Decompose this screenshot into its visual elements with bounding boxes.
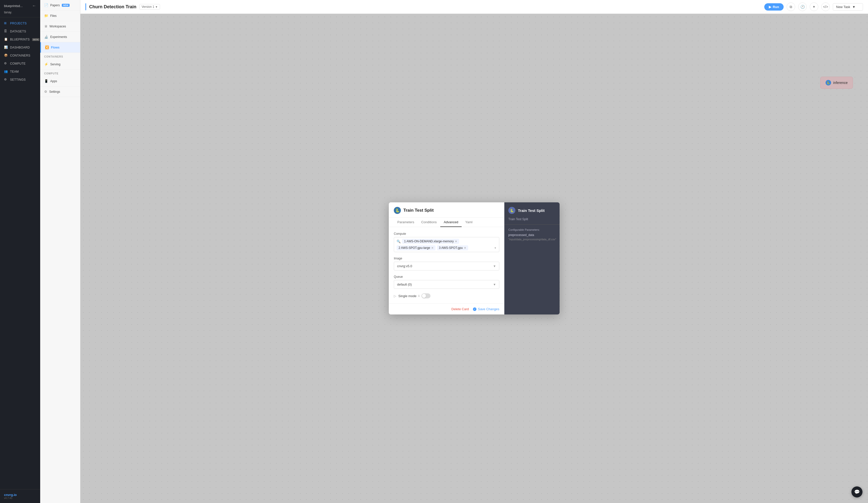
modal-right-header: 🐍 Train Test Split bbox=[504, 202, 560, 218]
sidebar-item-projects[interactable]: ⊞ PROJECTS bbox=[0, 19, 40, 27]
sidebar-item-containers[interactable]: 📦 CONTAINERS bbox=[0, 51, 40, 60]
sub-nav-flows[interactable]: 🔀 Flows bbox=[40, 42, 80, 53]
sidebar-item-label: COMPUTE bbox=[10, 62, 25, 66]
search-icon: 🔍 bbox=[396, 240, 401, 243]
queue-group: Queue default (0) ▼ bbox=[394, 275, 499, 289]
save-changes-button[interactable]: ✓ Save Changes bbox=[473, 307, 499, 311]
sub-nav-section-containers: CONTAINERS bbox=[40, 53, 80, 59]
param-name-0: preprocessed_data bbox=[508, 233, 556, 237]
sidebar-item-settings[interactable]: ⚙ SETTINGS bbox=[0, 76, 40, 84]
sidebar-item-label: BLUEPRINTS bbox=[10, 38, 30, 41]
sub-nav-label: Workspaces bbox=[50, 24, 66, 28]
single-mode-label: Single mode bbox=[398, 294, 416, 298]
username: tanay. bbox=[0, 10, 40, 17]
modal-right-icon: 🐍 bbox=[508, 207, 515, 214]
tab-advanced[interactable]: Advanced bbox=[440, 218, 462, 227]
sub-nav-papers[interactable]: 📄 Papers NEW bbox=[40, 0, 80, 11]
modal-left: 🐍 Train Test Split Parameters Conditions bbox=[389, 202, 504, 314]
remove-tag-3[interactable]: ✕ bbox=[464, 247, 466, 250]
wand-button[interactable]: ✦ bbox=[810, 2, 818, 11]
chevron-down-icon: ▼ bbox=[493, 283, 496, 286]
modal-right-params: Configurable Parameters: preprocessed_da… bbox=[504, 225, 560, 244]
modal-right-subtitle: Train Test Split bbox=[504, 218, 560, 225]
modal-body: Compute 🔍 1 AWS-ON-DEMAND.xlarge-memory … bbox=[389, 227, 504, 303]
param-value-0: "input/data_preprocessing/data_df.csv" bbox=[508, 238, 556, 241]
sub-nav-settings[interactable]: ⚙ Settings bbox=[40, 87, 80, 97]
task-select[interactable]: New Task ▼ bbox=[833, 3, 863, 11]
tags-dropdown-icon[interactable]: ▼ bbox=[494, 247, 497, 249]
team-icon: 👥 bbox=[4, 70, 8, 74]
projects-icon: ⊞ bbox=[4, 21, 8, 26]
compute-group: Compute 🔍 1 AWS-ON-DEMAND.xlarge-memory … bbox=[394, 232, 499, 252]
queue-select[interactable]: default (0) ▼ bbox=[394, 280, 499, 289]
footer-version: v4.7.43 bbox=[4, 497, 36, 500]
sidebar-item-blueprints[interactable]: 📋 BLUEPRINTS BETA bbox=[0, 36, 40, 43]
sidebar-item-label: DASHBOARD bbox=[10, 46, 30, 49]
modal: 🐍 Train Test Split Parameters Conditions bbox=[389, 202, 560, 314]
save-icon: ✓ bbox=[473, 308, 476, 311]
sidebar-item-label: PROJECTS bbox=[10, 22, 27, 25]
blueprints-icon: 📋 bbox=[4, 38, 8, 41]
apps-icon: 📱 bbox=[44, 79, 48, 83]
single-mode-icon: ▷ bbox=[394, 294, 396, 298]
canvas: 🐍 inference 🐍 Train Test Split bbox=[80, 14, 868, 503]
datasets-icon: 🗄 bbox=[4, 29, 8, 33]
tab-conditions[interactable]: Conditions bbox=[418, 218, 440, 227]
containers-icon: 📦 bbox=[4, 53, 8, 58]
sidebar-item-compute[interactable]: ⚙ COMPUTE bbox=[0, 60, 40, 68]
remove-tag-1[interactable]: ✕ bbox=[455, 240, 457, 243]
sidebar-header: blueprintsd... ← bbox=[0, 0, 40, 10]
sub-nav-section-compute: COMPUTE bbox=[40, 70, 80, 76]
chevron-down-icon: ▼ bbox=[852, 5, 856, 9]
modal-footer: Delete Card ✓ Save Changes bbox=[389, 303, 504, 314]
params-label: Configurable Parameters: bbox=[508, 228, 556, 231]
sidebar-item-label: CONTAINERS bbox=[10, 54, 30, 57]
sidebar-nav: ⊞ PROJECTS 🗄 DATASETS 📋 BLUEPRINTS BETA … bbox=[0, 17, 40, 489]
version-select[interactable]: Version 1 ▼ bbox=[140, 4, 160, 10]
compute-label: Compute bbox=[394, 232, 499, 235]
run-button[interactable]: ▶ Run bbox=[764, 3, 784, 11]
version-label: Version 1 bbox=[142, 5, 154, 9]
footer-brand: cnvrg.io bbox=[4, 493, 36, 497]
sub-nav-files[interactable]: 📁 Files bbox=[40, 11, 80, 21]
image-select[interactable]: cnvrg:v5.0 ▼ bbox=[394, 262, 499, 271]
sidebar-item-label: SETTINGS bbox=[10, 78, 25, 81]
modal-header-icon: 🐍 bbox=[394, 207, 401, 214]
papers-icon: 📄 bbox=[44, 3, 48, 7]
beta-badge: BETA bbox=[32, 38, 39, 41]
sub-nav-serving[interactable]: ⚡ Serving bbox=[40, 59, 80, 70]
serving-icon: ⚡ bbox=[44, 62, 48, 66]
sidebar-item-dashboard[interactable]: 📊 DASHBOARD bbox=[0, 43, 40, 51]
sub-nav-label: Experiments bbox=[50, 35, 67, 39]
image-label: Image bbox=[394, 256, 499, 260]
files-icon: 📁 bbox=[44, 14, 48, 18]
sub-nav-label: Flows bbox=[51, 46, 60, 49]
remove-tag-2[interactable]: ✕ bbox=[431, 247, 434, 250]
back-icon[interactable]: ← bbox=[32, 3, 36, 8]
chat-bubble[interactable]: 💬 bbox=[851, 486, 862, 497]
sidebar-item-team[interactable]: 👥 TEAM bbox=[0, 68, 40, 76]
single-mode-toggle[interactable] bbox=[422, 293, 431, 298]
dashboard-icon: 📊 bbox=[4, 46, 8, 50]
image-value: cnvrg:v5.0 bbox=[397, 264, 412, 268]
delete-card-button[interactable]: Delete Card bbox=[451, 307, 469, 311]
flows-icon: 🔀 bbox=[45, 46, 49, 49]
tab-parameters[interactable]: Parameters bbox=[394, 218, 418, 227]
sub-nav-workspaces[interactable]: 🖥 Workspaces bbox=[40, 21, 80, 32]
compute-tags-input[interactable]: 🔍 1 AWS-ON-DEMAND.xlarge-memory ✕ 2 AWS-… bbox=[394, 237, 499, 252]
queue-value: default (0) bbox=[397, 283, 412, 286]
tab-yaml[interactable]: Yaml bbox=[462, 218, 476, 227]
clock-button[interactable]: 🕐 bbox=[798, 2, 807, 11]
sidebar-item-datasets[interactable]: 🗄 DATASETS bbox=[0, 27, 40, 36]
compute-tag-3: 3 AWS-SPOT.gpu ✕ bbox=[437, 245, 468, 250]
compute-tag-2: 2 AWS-SPOT.gpu-large ✕ bbox=[396, 245, 435, 250]
play-icon: ▶ bbox=[769, 5, 771, 9]
sub-nav-experiments[interactable]: 🔬 Experiments bbox=[40, 32, 80, 42]
queue-label: Queue bbox=[394, 275, 499, 279]
chevron-down-icon: ▼ bbox=[493, 264, 496, 268]
sub-nav-apps[interactable]: 📱 Apps bbox=[40, 76, 80, 87]
copy-button[interactable]: ⧉ bbox=[787, 2, 795, 11]
modal-right-title: Train Test Split bbox=[518, 208, 545, 213]
code-button[interactable]: </> bbox=[821, 2, 830, 11]
new-badge: NEW bbox=[62, 4, 70, 7]
